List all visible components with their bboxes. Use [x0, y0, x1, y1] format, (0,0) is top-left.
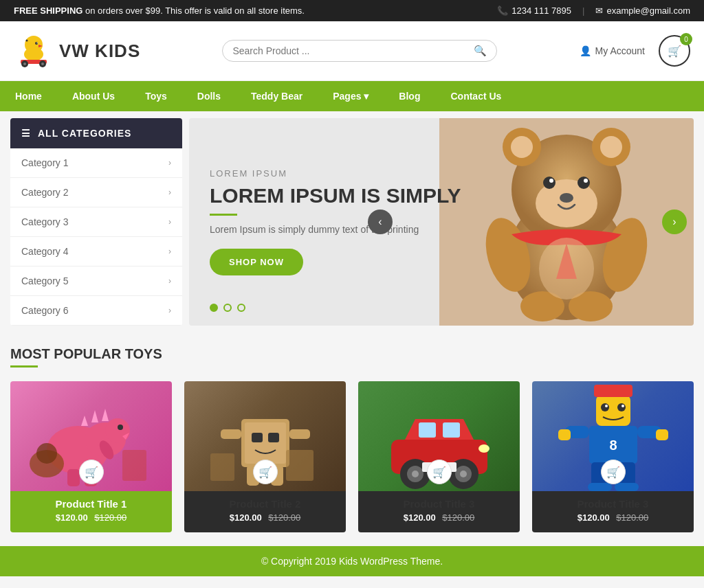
- footer-copyright: © Copyright 2019 Kids WordPress Theme.: [261, 556, 443, 567]
- slider-next-button[interactable]: ›: [662, 210, 687, 234]
- svg-point-66: [622, 405, 624, 407]
- product-info-4: Product Title 3 $120.00 $120.00: [532, 491, 694, 532]
- sidebar-item-cat5[interactable]: Category 5 ›: [10, 267, 182, 296]
- slider-prev-button[interactable]: ‹: [368, 210, 393, 234]
- nav-contact[interactable]: Contact Us: [435, 81, 516, 111]
- svg-point-3: [24, 47, 43, 61]
- sidebar-item-cat1[interactable]: Category 1 ›: [10, 148, 182, 178]
- svg-point-30: [105, 418, 130, 443]
- sidebar-header: ☰ ALL CATEGORIES: [10, 118, 182, 148]
- chevron-right-icon: ›: [168, 276, 171, 286]
- product-image-2: 🛒: [184, 381, 346, 491]
- svg-rect-42: [245, 422, 286, 464]
- nav-teddy-bear[interactable]: Teddy Bear: [236, 81, 318, 111]
- slider-dot-2[interactable]: [223, 304, 232, 312]
- svg-rect-78: [594, 385, 632, 397]
- product-card-4: 8 🛒 Pr: [532, 381, 694, 532]
- sidebar-item-cat6[interactable]: Category 6 ›: [10, 296, 182, 326]
- svg-rect-46: [289, 429, 310, 439]
- svg-rect-50: [210, 453, 234, 481]
- nav-dolls[interactable]: Dolls: [182, 81, 236, 111]
- cart-icon: 🛒: [668, 45, 681, 58]
- hero-content: LOREM IPSUM LOREM IPSUM IS SIMPLY Lorem …: [189, 141, 694, 303]
- sidebar-item-cat3[interactable]: Category 3 ›: [10, 207, 182, 237]
- logo[interactable]: VW KIDS: [14, 31, 140, 71]
- chevron-right-icon: ›: [168, 188, 171, 197]
- svg-rect-52: [419, 422, 436, 438]
- my-account-link[interactable]: 👤 My Account: [580, 45, 645, 56]
- product-cart-btn-1[interactable]: 🛒: [79, 460, 104, 484]
- account-user-icon: 👤: [580, 45, 591, 56]
- chevron-right-icon: ›: [168, 306, 171, 315]
- products-grid: 🛒 Product Title 1 $120.00 $120.00: [10, 381, 694, 532]
- logo-text: VW KIDS: [59, 41, 140, 62]
- phone-number: 📞 1234 111 7895: [497, 5, 571, 16]
- logo-duck-icon: [14, 31, 54, 71]
- svg-rect-76: [588, 483, 612, 491]
- footer: © Copyright 2019 Kids WordPress Theme.: [0, 546, 704, 576]
- header-right: 👤 My Account 🛒 0: [580, 35, 690, 67]
- hero-subtitle: LOREM IPSUM: [210, 168, 673, 179]
- sidebar: ☰ ALL CATEGORIES Category 1 › Category 2…: [10, 118, 182, 326]
- sidebar-item-cat2[interactable]: Category 2 ›: [10, 178, 182, 207]
- svg-rect-62: [596, 395, 630, 426]
- slider-dot-3[interactable]: [237, 304, 245, 312]
- svg-rect-49: [286, 450, 314, 481]
- main-nav: Home About Us Toys Dolls Teddy Bear Page…: [0, 81, 704, 111]
- nav-toys[interactable]: Toys: [130, 81, 182, 111]
- search-bar[interactable]: 🔍: [222, 40, 497, 62]
- top-bar: FREE SHIPPING on orders over $99. This o…: [0, 0, 704, 21]
- search-input[interactable]: [232, 45, 474, 56]
- product-image-4: 8 🛒: [532, 381, 694, 491]
- svg-point-60: [478, 444, 490, 453]
- chevron-right-icon: ›: [168, 158, 171, 168]
- product-price-2: $120.00 $120.00: [192, 512, 338, 523]
- product-title-3: Product Title 3: [366, 498, 512, 510]
- nav-pages[interactable]: Pages ▾: [318, 81, 384, 111]
- nav-blog[interactable]: Blog: [384, 81, 435, 111]
- svg-rect-40: [122, 450, 146, 481]
- hero-slider: LOREM IPSUM LOREM IPSUM IS SIMPLY Lorem …: [189, 118, 694, 326]
- svg-point-6: [23, 63, 26, 65]
- slider-dot-1[interactable]: [210, 304, 218, 312]
- svg-point-39: [36, 443, 57, 464]
- hamburger-icon: ☰: [21, 128, 31, 139]
- product-card-3: 🛒 Product Title 3 $120.00 $120.00: [358, 381, 520, 532]
- svg-text:8: 8: [609, 438, 617, 453]
- products-section-title: MOST POPULAR TOYS: [10, 346, 694, 362]
- product-card-2: 🛒 Product Title 2 $120.00 $120.00: [184, 381, 346, 532]
- product-info-2: Product Title 2 $120.00 $120.00: [184, 491, 346, 532]
- cart-button[interactable]: 🛒 0: [659, 35, 690, 67]
- shipping-notice: FREE SHIPPING on orders over $99. This o…: [14, 5, 305, 16]
- nav-about[interactable]: About Us: [57, 81, 130, 111]
- sidebar-item-cat4[interactable]: Category 4 ›: [10, 237, 182, 267]
- account-label: My Account: [595, 45, 645, 56]
- product-cart-btn-4[interactable]: 🛒: [601, 460, 626, 484]
- hero-underline: [210, 214, 237, 216]
- products-section: MOST POPULAR TOYS: [0, 332, 704, 539]
- svg-rect-73: [656, 429, 668, 440]
- sidebar-title: ALL CATEGORIES: [38, 128, 131, 139]
- header: VW KIDS 🔍 👤 My Account 🛒 0: [0, 21, 704, 81]
- phone-icon: 📞: [497, 5, 508, 16]
- product-price-1: $120.00 $120.00: [19, 512, 164, 523]
- product-cart-btn-2[interactable]: 🛒: [253, 460, 278, 484]
- svg-point-65: [617, 403, 626, 411]
- search-icon[interactable]: 🔍: [474, 45, 487, 57]
- cart-badge: 0: [680, 33, 692, 45]
- section-underline: [10, 365, 38, 368]
- chevron-right-icon: ›: [168, 247, 171, 256]
- slider-dots: [210, 304, 245, 312]
- product-cart-btn-3[interactable]: 🛒: [427, 460, 452, 484]
- shop-now-button[interactable]: SHOP NOW: [210, 249, 303, 275]
- email-address: ✉ example@gmail.com: [595, 5, 690, 16]
- svg-rect-77: [615, 483, 639, 491]
- product-image-1: 🛒: [10, 381, 172, 491]
- product-title-4: Product Title 3: [540, 498, 685, 510]
- chevron-right-icon: ›: [168, 217, 171, 227]
- svg-rect-53: [443, 422, 460, 438]
- svg-point-56: [412, 471, 419, 477]
- svg-point-10: [36, 43, 37, 43]
- svg-rect-44: [268, 433, 279, 442]
- nav-home[interactable]: Home: [0, 81, 57, 111]
